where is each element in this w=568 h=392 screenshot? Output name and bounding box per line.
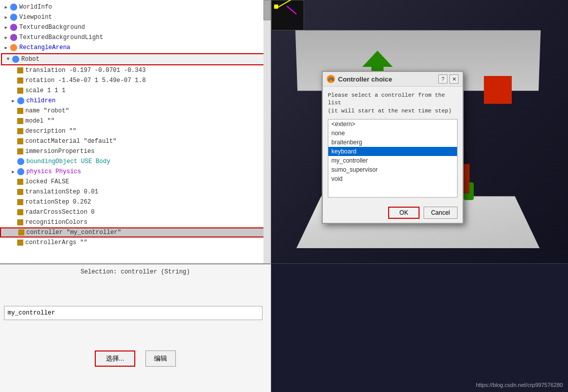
icon-viewpoint xyxy=(10,14,17,21)
label-scale: scale 1 1 1 xyxy=(25,87,65,94)
tree-item-translation[interactable]: translation -0.197 -0.0701 -0.343 xyxy=(0,65,271,75)
label-texturedbglight: TexturedBackgroundLight xyxy=(19,34,103,41)
viewport: 🎮 Controller choice ? ✕ Please select a … xyxy=(271,0,568,263)
label-radarcross: radarCrossSection 0 xyxy=(25,209,95,216)
dialog-ok-button[interactable]: OK xyxy=(388,207,419,219)
list-item-extern[interactable]: <extern> xyxy=(328,120,457,129)
edit-button[interactable]: 编辑 xyxy=(145,350,176,367)
icon-immersionprops xyxy=(17,148,23,154)
arrow-robot[interactable] xyxy=(5,56,11,62)
tree-item-immersionprops[interactable]: immersionProperties xyxy=(0,146,271,156)
value-input[interactable] xyxy=(4,306,262,320)
dialog-title: Controller choice xyxy=(338,75,392,83)
viewport-bg: 🎮 Controller choice ? ✕ Please select a … xyxy=(271,0,568,263)
bottom-panel: Selection: controller (String) 选择... 编辑 … xyxy=(0,263,568,392)
icon-rotationstep xyxy=(17,199,23,205)
scroll-thumb[interactable] xyxy=(263,0,271,20)
tree-item-controllerargs[interactable]: controllerArgs "" xyxy=(0,238,271,248)
icon-rectanglearena xyxy=(10,44,17,51)
tree-item-model[interactable]: model "" xyxy=(0,116,271,126)
controller-list[interactable]: <extern> none braitenberg keyboard my_co… xyxy=(328,119,458,198)
tree-item-rectanglearena[interactable]: RectangleArena xyxy=(0,43,271,53)
minimap xyxy=(271,0,304,30)
tree-item-rotationstep[interactable]: rotationStep 0.262 xyxy=(0,197,271,207)
list-item-none[interactable]: none xyxy=(328,129,457,138)
dialog-close-button[interactable]: ✕ xyxy=(449,74,459,84)
label-controller: controller "my_controller" xyxy=(26,229,121,236)
icon-physics xyxy=(17,168,24,175)
tree-item-boundingobject[interactable]: boundingObject USE Body xyxy=(0,156,271,167)
viewport-bottom: https://blog.csdn.net/crp997576280 xyxy=(271,263,568,392)
icon-children xyxy=(17,97,24,104)
label-texturedbg: TexturedBackground xyxy=(19,24,85,31)
arrow-physics[interactable] xyxy=(10,169,16,175)
scene-tree-content[interactable]: WorldInfo Viewpoint TexturedBackground T… xyxy=(0,0,271,263)
arrow-rectanglearena[interactable] xyxy=(3,45,9,51)
property-editor: Selection: controller (String) 选择... 编辑 xyxy=(0,263,271,392)
list-item-braitenberg[interactable]: braitenberg xyxy=(328,138,457,147)
tree-item-translationstep[interactable]: translationStep 0.01 xyxy=(0,187,271,197)
tree-item-description[interactable]: description "" xyxy=(0,126,271,136)
tree-item-contactmaterial[interactable]: contactMaterial "default" xyxy=(0,136,271,146)
label-physics: physics Physics xyxy=(26,168,81,175)
label-locked: locked FALSE xyxy=(25,178,69,185)
tree-item-worldinfo[interactable]: WorldInfo xyxy=(0,2,271,12)
tree-item-controller[interactable]: controller "my_controller" xyxy=(0,227,271,238)
icon-contactmaterial xyxy=(17,138,23,144)
arrow-texturedbglight[interactable] xyxy=(3,34,9,41)
tree-item-scale[interactable]: scale 1 1 1 xyxy=(0,86,271,96)
label-boundingobject: boundingObject USE Body xyxy=(26,158,110,165)
icon-scale xyxy=(17,88,23,94)
tree-item-rotation[interactable]: rotation -1.45e-07 1 5.49e-07 1.8 xyxy=(0,75,271,86)
icon-translation xyxy=(17,67,23,73)
controller-choice-dialog: 🎮 Controller choice ? ✕ Please select a … xyxy=(322,71,464,224)
icon-name xyxy=(17,108,23,114)
icon-rotation xyxy=(17,77,23,84)
tree-item-robot[interactable]: Robot xyxy=(2,54,269,64)
tree-item-texturedbglight[interactable]: TexturedBackgroundLight xyxy=(0,32,271,43)
dialog-title-left: 🎮 Controller choice xyxy=(327,75,392,83)
tree-item-texturedbg[interactable]: TexturedBackground xyxy=(0,22,271,32)
arrow-children[interactable] xyxy=(10,98,16,104)
tree-item-children[interactable]: children xyxy=(0,96,271,106)
selection-label: Selection: controller (String) xyxy=(4,268,267,276)
label-controllerargs: controllerArgs "" xyxy=(25,239,87,246)
label-contactmaterial: contactMaterial "default" xyxy=(25,138,117,145)
list-item-my-controller[interactable]: my_controller xyxy=(328,156,457,165)
choose-button[interactable]: 选择... xyxy=(95,350,136,367)
dialog-body: Please select a controller from the list… xyxy=(323,87,463,203)
list-item-void[interactable]: void xyxy=(328,174,457,183)
label-robot: Robot xyxy=(21,56,40,63)
dialog-help-button[interactable]: ? xyxy=(438,74,447,84)
tree-item-physics[interactable]: physics Physics xyxy=(0,167,271,177)
label-translationstep: translationStep 0.01 xyxy=(25,188,98,195)
arrow-worldinfo[interactable] xyxy=(3,4,9,10)
tree-item-recognitioncolors[interactable]: recognitionColors xyxy=(0,217,271,227)
list-item-keyboard[interactable]: keyboard xyxy=(328,147,457,156)
label-name: name "robot" xyxy=(25,107,69,114)
dialog-controls: ? ✕ xyxy=(438,74,459,84)
minimap-line2 xyxy=(286,6,296,15)
dialog-description: Please select a controller from the list… xyxy=(328,92,458,115)
icon-description xyxy=(17,128,23,134)
label-rotationstep: rotationStep 0.262 xyxy=(25,199,91,206)
red-cube xyxy=(484,76,512,104)
icon-locked xyxy=(17,179,23,185)
scrollbar[interactable] xyxy=(263,0,271,263)
tree-item-viewpoint[interactable]: Viewpoint xyxy=(0,12,271,22)
tree-item-radarcross[interactable]: radarCrossSection 0 xyxy=(0,207,271,217)
icon-worldinfo xyxy=(10,4,17,11)
dialog-footer: OK Cancel xyxy=(323,203,463,223)
arrow-texturedbg[interactable] xyxy=(3,24,9,30)
list-item-sumo-supervisor[interactable]: sumo_supervisor xyxy=(328,165,457,174)
label-worldinfo: WorldInfo xyxy=(19,4,52,11)
tree-item-name[interactable]: name "robot" xyxy=(0,106,271,116)
dialog-cancel-button[interactable]: Cancel xyxy=(424,207,458,219)
tree-item-locked[interactable]: locked FALSE xyxy=(0,177,271,187)
icon-controller xyxy=(18,229,24,236)
icon-radarcross xyxy=(17,209,23,215)
icon-recognitioncolors xyxy=(17,219,23,225)
arrow-viewpoint[interactable] xyxy=(3,14,9,20)
bottom-buttons: 选择... 编辑 xyxy=(4,350,267,367)
label-translation: translation -0.197 -0.0701 -0.343 xyxy=(25,67,146,74)
